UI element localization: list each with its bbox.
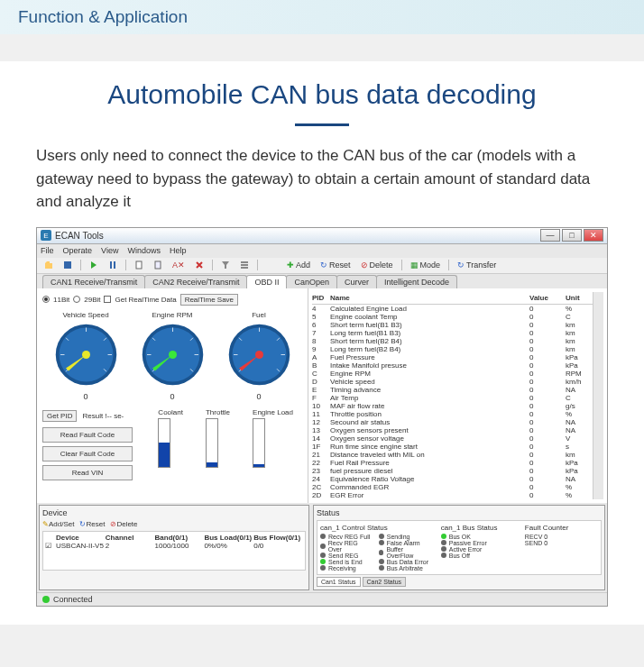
- read-vin-button[interactable]: Read VIN: [42, 465, 133, 480]
- svg-point-28: [169, 351, 177, 359]
- radio-11bit[interactable]: [42, 296, 50, 303]
- pid-row[interactable]: 2DEGR Error0%: [312, 491, 593, 499]
- label-11bit: 11Bit: [53, 296, 69, 304]
- pid-row[interactable]: FAir Temp0C: [312, 394, 593, 402]
- realtime-save-button[interactable]: RealTime Save: [180, 294, 238, 306]
- pid-row[interactable]: 7Long term fuel(B1 B3)0km: [312, 329, 593, 337]
- menu-help[interactable]: Help: [170, 246, 187, 255]
- pid-row[interactable]: 11Throttle position0%: [312, 410, 593, 418]
- fault-recv: RECV 0: [525, 534, 598, 540]
- tb-doc-icon[interactable]: [131, 259, 147, 271]
- main-tabs: CAN1 Receive/Transmit CAN2 Receive/Trans…: [37, 274, 607, 288]
- label-29bit: 29Bit: [84, 296, 100, 304]
- status-item: Recv REG Full: [320, 534, 372, 540]
- transfer-button[interactable]: ↻Transfer: [454, 259, 500, 271]
- tb-play-icon[interactable]: [86, 259, 102, 271]
- device-panel: Device ✎Add/Set ↻Reset ⊘Delete Device Ch…: [39, 505, 309, 590]
- pid-row[interactable]: 13Oxygen sensors present0NA: [312, 426, 593, 434]
- pid-row[interactable]: 14Oxygen sensor voltage0V: [312, 434, 593, 443]
- tab-obd2[interactable]: OBD II: [246, 275, 287, 288]
- tb-doc2-icon[interactable]: [150, 259, 166, 271]
- label-realtime: Get RealTime Data: [115, 296, 176, 304]
- tab-can1[interactable]: CAN1 Receive/Transmit: [42, 275, 145, 288]
- pid-row[interactable]: 23fuel pressure diesel0kPa: [312, 467, 593, 475]
- tab-can2[interactable]: CAN2 Receive/Transmit: [144, 275, 247, 288]
- title-underline: [295, 123, 349, 126]
- status-item: False Alarm: [379, 540, 430, 546]
- read-fault-button[interactable]: Read Fault Code: [42, 427, 133, 443]
- status-item: Bus OK: [441, 534, 514, 540]
- device-row[interactable]: ☑ USBCAN-II-V5 2 1000/1000 0%/0% 0/0: [45, 542, 303, 550]
- checkbox-realtime[interactable]: [104, 296, 111, 303]
- menu-operate[interactable]: Operate: [63, 246, 93, 255]
- pid-row[interactable]: AFuel Pressure0kPa: [312, 353, 593, 361]
- tab-intelligent[interactable]: Intelligent Decode: [376, 275, 457, 288]
- pid-row[interactable]: ETiming advance0NA: [312, 386, 593, 394]
- pid-row[interactable]: 2CCommanded EGR0%: [312, 483, 593, 491]
- page-banner: Function & Application: [0, 0, 644, 34]
- tb-pause-icon[interactable]: [105, 259, 121, 271]
- svg-rect-7: [241, 264, 248, 266]
- pid-row[interactable]: 10MAF air flow rate0g/s: [312, 402, 593, 410]
- app-window: E ECAN Tools — □ ✕ File Operate View Win…: [36, 227, 608, 607]
- pid-row[interactable]: 22Fuel Rail Pressure0kPa: [312, 459, 593, 467]
- status-item: Recv REG Over: [320, 540, 372, 553]
- tb-save-icon[interactable]: [60, 259, 76, 271]
- pid-row[interactable]: CEngine RPM0RPM: [312, 370, 593, 378]
- connection-led-icon: [42, 596, 50, 603]
- tab-can2-status[interactable]: Can2 Status: [363, 577, 407, 587]
- tb-cut-icon[interactable]: A✕: [169, 259, 189, 271]
- gauge-rpm: Engine RPM 0: [139, 311, 207, 401]
- status-item: Receiving: [320, 565, 372, 571]
- col-value: Value: [529, 294, 566, 302]
- pid-row[interactable]: 6Short term fuel(B1 B3)0km: [312, 321, 593, 329]
- radio-29bit[interactable]: [73, 296, 80, 303]
- pid-row[interactable]: 21Distance traveled with MIL on0km: [312, 451, 593, 459]
- pid-row[interactable]: 24Equivalence Ratio Voltage0NA: [312, 475, 593, 483]
- menu-file[interactable]: File: [41, 246, 54, 255]
- tb-list-icon[interactable]: [236, 259, 253, 271]
- gauges-row: Vehicle Speed 0 Engine RPM: [42, 311, 302, 401]
- tab-curver[interactable]: Curver: [336, 275, 377, 288]
- menu-view[interactable]: View: [101, 246, 118, 255]
- pid-row[interactable]: BIntake Manifold presuse0kPa: [312, 361, 593, 370]
- svg-point-38: [255, 351, 263, 359]
- status-item: Bus Data Error: [379, 559, 430, 565]
- pid-row[interactable]: 5Engine coolant Temp0C: [312, 313, 593, 321]
- reset-button[interactable]: ↻Reset: [317, 259, 354, 271]
- add-button[interactable]: ✚Add: [283, 259, 314, 271]
- gauge-fuel: Fuel 0: [225, 311, 293, 401]
- svg-rect-5: [155, 261, 161, 269]
- tb-filter-icon[interactable]: [217, 259, 234, 271]
- bar-coolant: Coolant: [158, 408, 183, 477]
- left-panel: 11Bit 29Bit Get RealTime Data RealTime S…: [37, 288, 308, 503]
- reset-icon: ↻: [320, 260, 327, 270]
- pid-row[interactable]: 9Long term fuel(B2 B4)0km: [312, 345, 593, 353]
- pid-row[interactable]: 8Short term fuel(B2 B4)0km: [312, 337, 593, 345]
- pid-row[interactable]: 4Calculated Engine Load0%: [312, 305, 593, 313]
- tab-can1-status[interactable]: Can1 Status: [317, 577, 361, 587]
- plus-icon: ✚: [287, 260, 294, 270]
- app-icon: E: [41, 230, 51, 241]
- gauge-speed: Vehicle Speed 0: [52, 311, 120, 401]
- dev-reset-button[interactable]: ↻Reset: [79, 520, 105, 528]
- maximize-button[interactable]: □: [562, 229, 582, 242]
- pid-row[interactable]: DVehicle speed0km/h: [312, 378, 593, 386]
- close-button[interactable]: ✕: [584, 229, 603, 242]
- menu-windows[interactable]: Windows: [127, 246, 161, 255]
- mode-button[interactable]: ▦Mode: [407, 259, 445, 271]
- clear-fault-button[interactable]: Clear Fault Code: [42, 446, 133, 461]
- dev-delete-button[interactable]: ⊘Delete: [110, 520, 137, 528]
- get-pid-button[interactable]: Get PID: [42, 410, 77, 422]
- tb-del-icon[interactable]: [191, 259, 207, 271]
- tab-canopen[interactable]: CanOpen: [286, 275, 337, 288]
- pid-row[interactable]: 12Secound air status0NA: [312, 418, 593, 426]
- pid-row[interactable]: 1FRun time since engine start0s: [312, 443, 593, 451]
- scrollbar[interactable]: [593, 292, 603, 499]
- tb-open-icon[interactable]: [41, 259, 57, 271]
- minimize-button[interactable]: —: [540, 229, 560, 242]
- delete-button[interactable]: ⊘Delete: [357, 259, 397, 271]
- menubar: File Operate View Windows Help: [37, 244, 607, 258]
- dev-add-button[interactable]: ✎Add/Set: [42, 520, 74, 528]
- content-area: Automobile CAN bus data decoding Users o…: [0, 61, 644, 625]
